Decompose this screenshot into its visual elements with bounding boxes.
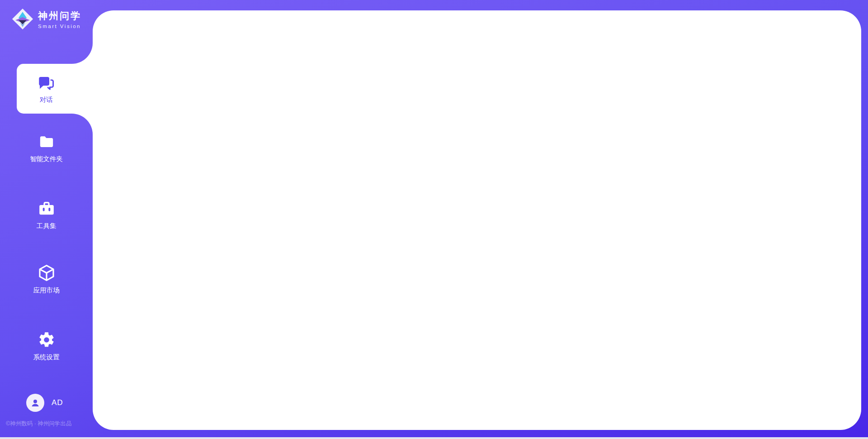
- sidebar-item-chat[interactable]: 对话: [17, 64, 93, 114]
- main-content-panel: [93, 10, 861, 430]
- gear-icon: [38, 331, 56, 349]
- user-account[interactable]: AD: [26, 394, 63, 412]
- diamond-logo-icon: [12, 8, 33, 30]
- copyright-text: ©神州数码 · 神州问学出品: [6, 420, 71, 428]
- user-name: AD: [52, 398, 63, 407]
- app-window: 神州问学 Smart Vision 对话 智能文件夹 工: [0, 0, 868, 439]
- sidebar-item-label: 对话: [40, 95, 53, 104]
- person-icon: [30, 397, 41, 408]
- sidebar-item-toolset[interactable]: 工具集: [0, 192, 93, 238]
- avatar: [26, 394, 44, 412]
- sidebar-item-label: 系统设置: [33, 353, 60, 362]
- sidebar-item-label: 工具集: [37, 222, 57, 230]
- sidebar-item-smart-folder[interactable]: 智能文件夹: [0, 125, 93, 171]
- sidebar-item-label: 智能文件夹: [30, 155, 63, 163]
- brand-subtitle: Smart Vision: [38, 24, 81, 29]
- window-bottom-edge: [0, 437, 868, 439]
- sidebar-item-settings[interactable]: 系统设置: [0, 323, 93, 369]
- briefcase-icon: [38, 200, 56, 218]
- chat-icon: [37, 73, 56, 92]
- brand-name: 神州问学: [38, 10, 81, 22]
- sidebar-item-label: 应用市场: [33, 286, 60, 295]
- sidebar-item-app-market[interactable]: 应用市场: [0, 256, 93, 302]
- brand-logo: 神州问学 Smart Vision: [12, 8, 81, 30]
- cube-icon: [38, 264, 56, 282]
- folder-icon: [38, 133, 56, 151]
